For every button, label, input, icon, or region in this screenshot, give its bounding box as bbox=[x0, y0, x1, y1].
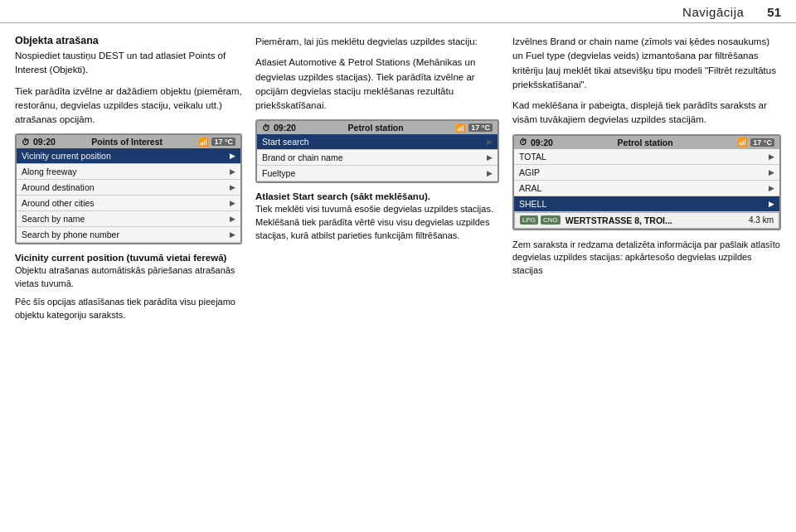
nav-row-3[interactable]: Around other cities ▶ bbox=[17, 196, 240, 211]
nav-row-1-arrow: ▶ bbox=[230, 167, 235, 176]
nav-row-1[interactable]: Along freeway ▶ bbox=[17, 164, 240, 180]
petrol-row-brand[interactable]: Brand or chain name ▶ bbox=[257, 150, 498, 166]
screen-petrol-time-area: ⏱ 09:20 bbox=[262, 123, 296, 133]
screen-poi-header: ⏱ 09:20 Points of Interest 📶 17 °C bbox=[17, 135, 240, 148]
screen-poi-time-area: ⏱ 09:20 bbox=[22, 137, 56, 147]
mid-intro: Piemēram, lai jūs meklētu degvielas uzpi… bbox=[255, 35, 499, 49]
left-subbody2: Pēc šīs opcijas atlasīšanas tiek parādīt… bbox=[15, 296, 242, 322]
screen-petrol-right: 📶 17 °C bbox=[455, 123, 493, 133]
petrol-row-start-label: Start search bbox=[262, 137, 309, 147]
brand-row-shell[interactable]: SHELL ▶ bbox=[514, 196, 779, 212]
screen-poi-time: 09:20 bbox=[33, 137, 56, 147]
petrol-row-fuel-arrow: ▶ bbox=[487, 169, 493, 177]
nav-row-5-arrow: ▶ bbox=[230, 230, 235, 239]
petrol-row-brand-arrow: ▶ bbox=[487, 153, 493, 162]
left-body1: Tiek parādīta izvēlne ar dažādiem objekt… bbox=[15, 85, 242, 128]
brand-row-total[interactable]: TOTAL ▶ bbox=[514, 149, 779, 165]
brand-row-aral-label: ARAL bbox=[519, 183, 541, 193]
nav-row-1-label: Along freeway bbox=[22, 167, 77, 177]
nav-row-2[interactable]: Around destination ▶ bbox=[17, 180, 240, 196]
brand-row-total-arrow: ▶ bbox=[769, 152, 774, 161]
screen-brands-right: 📶 17 °C bbox=[737, 138, 774, 147]
brand-row-total-label: TOTAL bbox=[519, 152, 546, 162]
nav-row-5-label: Search by phone number bbox=[22, 230, 119, 239]
screen-petrol-title: Petrol station bbox=[348, 123, 404, 133]
nav-row-0-label: Vicinity current position bbox=[22, 151, 111, 161]
clock-icon-3: ⏱ bbox=[519, 138, 527, 147]
mid-subbody: Tiek meklēti visi tuvumā esošie degviela… bbox=[255, 203, 499, 243]
mid-body1: Atlasiet Automotive & Petrol Stations (M… bbox=[255, 56, 499, 113]
fuel-tag-lpg: LPG bbox=[520, 215, 538, 225]
petrol-row-start[interactable]: Start search ▶ bbox=[257, 134, 498, 150]
page-number: 51 bbox=[767, 5, 781, 19]
screen-poi: ⏱ 09:20 Points of Interest 📶 17 °C Vicin… bbox=[15, 133, 242, 244]
brand-row-aral-arrow: ▶ bbox=[769, 184, 774, 192]
screen-brands-time-area: ⏱ 09:20 bbox=[519, 138, 553, 148]
nav-row-2-label: Around destination bbox=[22, 182, 95, 192]
screen-petrol-header: ⏱ 09:20 Petrol station 📶 17 °C bbox=[257, 121, 498, 134]
left-subbody1: Objektu atrašanas automātiskās pāriešana… bbox=[15, 264, 242, 291]
fuel-tags: LPG CNG bbox=[520, 215, 561, 225]
nav-row-4-label: Search by name bbox=[22, 214, 85, 224]
screen-brands-header: ⏱ 09:20 Petrol station 📶 17 °C bbox=[514, 136, 779, 149]
petrol-row-brand-label: Brand or chain name bbox=[262, 152, 342, 162]
screen-poi-rows: Vicinity current position ▶ Along freewa… bbox=[17, 148, 240, 243]
left-heading: Objekta atrašana bbox=[15, 35, 242, 46]
nav-row-4-arrow: ▶ bbox=[230, 215, 235, 223]
signal-icon-2: 📶 bbox=[455, 123, 465, 133]
nav-row-5[interactable]: Search by phone number ▶ bbox=[17, 227, 240, 243]
screen-petrol: ⏱ 09:20 Petrol station 📶 17 °C Start sea… bbox=[255, 119, 499, 183]
screen-petrol-time: 09:20 bbox=[274, 123, 296, 133]
main-content: Objekta atrašana Nospiediet taustiņu DES… bbox=[0, 23, 796, 527]
screen-brands-rows: TOTAL ▶ AGIP ▶ ARAL ▶ SHELL ▶ bbox=[514, 149, 779, 212]
brand-row-agip-arrow: ▶ bbox=[769, 168, 774, 177]
left-subheading1: Vicinity current position (tuvumā vietai… bbox=[15, 253, 242, 263]
nav-row-0[interactable]: Vicinity current position ▶ bbox=[17, 148, 240, 164]
clock-icon: ⏱ bbox=[22, 138, 30, 147]
screen-poi-right: 📶 17 °C bbox=[198, 138, 235, 147]
petrol-row-fuel[interactable]: Fueltype ▶ bbox=[257, 166, 498, 181]
petrol-row-fuel-label: Fueltype bbox=[262, 168, 295, 178]
mid-subheading: Atlasiet Start search (sākt meklēšanu). bbox=[255, 191, 499, 201]
clock-icon-2: ⏱ bbox=[262, 123, 270, 133]
screen-brands: ⏱ 09:20 Petrol station 📶 17 °C TOTAL ▶ A… bbox=[512, 134, 781, 230]
nav-row-3-label: Around other cities bbox=[22, 198, 95, 208]
screen-brands-title: Petrol station bbox=[618, 138, 673, 148]
right-heading: Izvēlnes Brand or chain name (zīmols vai… bbox=[512, 35, 781, 92]
brand-row-agip[interactable]: AGIP ▶ bbox=[514, 165, 779, 181]
screen-poi-title: Points of Interest bbox=[91, 137, 163, 147]
info-box: LPG CNG WERTSTRASSE 8, TROI... 4.3 km bbox=[514, 212, 779, 229]
col-right: Izvēlnes Brand or chain name (zīmols vai… bbox=[512, 35, 781, 519]
col-left: Objekta atrašana Nospiediet taustiņu DES… bbox=[15, 35, 255, 519]
nav-row-4[interactable]: Search by name ▶ bbox=[17, 211, 240, 227]
screen-brands-temp: 17 °C bbox=[750, 138, 774, 147]
brand-row-shell-arrow: ▶ bbox=[769, 200, 774, 208]
petrol-row-start-arrow: ▶ bbox=[487, 138, 493, 146]
brand-row-shell-label: SHELL bbox=[519, 199, 546, 209]
info-distance: 4.3 km bbox=[749, 215, 774, 225]
right-footer: Zem saraksta ir redzama detalizēta infor… bbox=[512, 239, 781, 278]
screen-petrol-temp: 17 °C bbox=[468, 123, 493, 132]
screen-petrol-rows: Start search ▶ Brand or chain name ▶ Fue… bbox=[257, 134, 498, 181]
nav-row-2-arrow: ▶ bbox=[230, 183, 235, 191]
col-mid: Piemēram, lai jūs meklētu degvielas uzpi… bbox=[255, 35, 512, 519]
info-address: WERTSTRASSE 8, TROI... bbox=[565, 215, 672, 225]
brand-row-aral[interactable]: ARAL ▶ bbox=[514, 181, 779, 196]
left-intro: Nospiediet taustiņu DEST un tad atlasiet… bbox=[15, 49, 242, 78]
signal-icon: 📶 bbox=[198, 138, 208, 147]
page-header: Navigācija 51 bbox=[0, 0, 796, 23]
page-title: Navigācija bbox=[682, 5, 744, 19]
screen-poi-temp: 17 °C bbox=[211, 138, 235, 146]
signal-icon-3: 📶 bbox=[737, 138, 747, 147]
right-body2: Kad meklēšana ir pabeigta, displejā tiek… bbox=[512, 99, 781, 128]
fuel-tag-cng: CNG bbox=[541, 215, 561, 225]
brand-row-agip-label: AGIP bbox=[519, 167, 540, 177]
screen-brands-time: 09:20 bbox=[531, 138, 553, 148]
nav-row-3-arrow: ▶ bbox=[230, 199, 235, 207]
nav-row-0-arrow: ▶ bbox=[230, 152, 235, 160]
